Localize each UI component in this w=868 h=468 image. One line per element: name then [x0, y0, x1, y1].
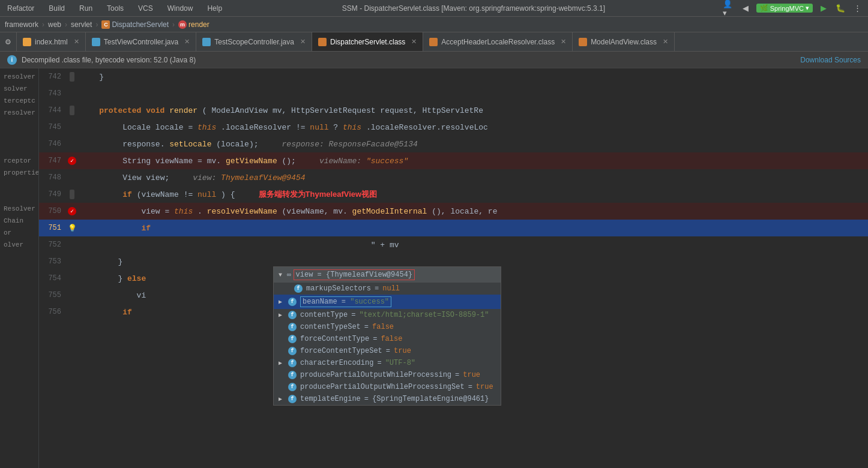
- popup-header-text: view = {ThymeleafView@9454}: [294, 269, 415, 280]
- tab-settings-button[interactable]: ⚙: [0, 32, 17, 51]
- breadcrumb-class[interactable]: DispatcherServlet: [112, 20, 169, 29]
- line-num-746: 746: [39, 140, 66, 148]
- field-icon-forcecontenttype: f: [288, 335, 297, 343]
- field-icon-markupselectors: f: [294, 284, 303, 293]
- tab-close-index[interactable]: ✕: [74, 38, 79, 46]
- line-num-756: 756: [39, 308, 66, 316]
- sidebar-item-resolver[interactable]: resolver: [0, 71, 38, 83]
- line-content-752: " + mv: [78, 241, 868, 250]
- breadcrumb-framework[interactable]: framework: [5, 20, 38, 29]
- back-icon[interactable]: ◀: [740, 2, 752, 14]
- breadcrumb-web[interactable]: web: [48, 20, 61, 29]
- fold-744[interactable]: [70, 106, 74, 115]
- field-icon-contenttype: f: [288, 311, 297, 319]
- popup-row-charencoding[interactable]: ▶ f characterEncoding = "UTF-8": [274, 357, 501, 369]
- popup-row-produce2[interactable]: f producePartialOutputWhileProcessingSet…: [274, 381, 501, 393]
- field-icon-forcecontenttypeset: f: [288, 347, 297, 355]
- sidebar-item-olver[interactable]: olver: [0, 239, 38, 251]
- field-icon-contenttypeset: f: [288, 323, 297, 331]
- line-content-749: if (viewName != null ) { 服务端转发为Thymeleaf…: [78, 189, 868, 200]
- tab-close-testview[interactable]: ✕: [184, 38, 190, 46]
- popup-row-forcecontenttype[interactable]: f forceContentType = false: [274, 333, 501, 345]
- tab-testscopecontroller[interactable]: TestScopeController.java ✕: [196, 32, 312, 51]
- tab-testviewcontroller[interactable]: TestViewController.java ✕: [86, 32, 197, 51]
- field-name-beanname: beanName = "success": [300, 296, 391, 307]
- expand-arrow-templateengine[interactable]: ▶: [279, 395, 285, 403]
- field-name-contenttypeset: contentTypeSet: [300, 323, 361, 331]
- field-value-produce2: true: [476, 383, 493, 391]
- menu-item-tools[interactable]: Tools: [104, 3, 126, 14]
- popup-row-contenttype[interactable]: ▶ f contentType = "text/html;charset=ISO…: [274, 309, 501, 321]
- tab-close-modelandview[interactable]: ✕: [663, 38, 668, 46]
- gutter-749: [66, 190, 78, 199]
- popup-row-contenttypeset[interactable]: f contentTypeSet = false: [274, 321, 501, 333]
- run-config-label: SpringMVC: [770, 5, 804, 12]
- menu-item-refactor[interactable]: Refactor: [5, 3, 37, 14]
- line-num-752: 752: [39, 241, 66, 249]
- field-icon-produce1: f: [288, 371, 297, 379]
- popup-row-beanname[interactable]: ▶ f beanName = "success": [274, 295, 501, 309]
- run-config-badge[interactable]: 🌿 SpringMVC ▾: [756, 4, 813, 13]
- tab-index-html[interactable]: index.html ✕: [17, 32, 86, 51]
- user-icon[interactable]: 👤▾: [723, 2, 735, 14]
- expand-arrow-contenttype[interactable]: ▶: [279, 311, 285, 319]
- breadcrumb-method[interactable]: render: [188, 20, 209, 29]
- fold-742[interactable]: [70, 72, 74, 82]
- menu-item-vcs[interactable]: VCS: [136, 3, 155, 14]
- debug-button[interactable]: 🐛: [834, 2, 846, 14]
- menu-item-build[interactable]: Build: [46, 3, 67, 14]
- class-icon-3: [579, 38, 587, 46]
- expand-arrow-charencoding[interactable]: ▶: [279, 359, 285, 367]
- more-icon[interactable]: ⋮: [851, 2, 863, 14]
- sidebar-item-solver[interactable]: solver: [0, 83, 38, 95]
- tab-close-acceptheader[interactable]: ✕: [561, 38, 566, 46]
- field-name-produce2: producePartialOutputWhileProcessingSet: [300, 383, 465, 391]
- window-title: SSM - DispatcherServlet.class [Maven: or…: [234, 4, 713, 13]
- sidebar-item-chain[interactable]: Chain: [0, 215, 38, 227]
- expand-arrow-beanname[interactable]: ▶: [279, 298, 285, 305]
- code-line-751: 751 💡 if: [39, 220, 868, 236]
- breadcrumb: framework › web › servlet › C Dispatcher…: [0, 17, 868, 32]
- field-value-charencoding: "UTF-8": [385, 359, 415, 367]
- download-sources-link[interactable]: Download Sources: [800, 56, 861, 64]
- line-content-742: }: [78, 73, 868, 82]
- tab-close-testscope[interactable]: ✕: [300, 38, 306, 46]
- java-icon-1: [92, 38, 100, 46]
- breakpoint-747[interactable]: ✓: [68, 157, 76, 165]
- tab-label-acceptheader: AcceptHeaderLocaleResolver.class: [441, 38, 555, 46]
- sidebar-item-rceptor[interactable]: rceptor: [0, 155, 38, 167]
- sidebar-item-propertie[interactable]: propertie: [0, 167, 38, 179]
- line-num-749: 749: [39, 190, 66, 199]
- tab-acceptheader[interactable]: AcceptHeaderLocaleResolver.class ✕: [423, 32, 573, 51]
- sidebar-item-resolver3[interactable]: Resolver: [0, 203, 38, 215]
- sidebar-item-resolver2[interactable]: resolver: [0, 107, 38, 119]
- expand-arrow-header[interactable]: ▼: [279, 272, 285, 278]
- fold-749[interactable]: [70, 190, 74, 199]
- breakpoint-750[interactable]: ✓: [68, 207, 76, 215]
- popup-row-markupselectors[interactable]: f markupSelectors = null: [274, 283, 501, 295]
- line-content-751: if: [78, 224, 868, 233]
- popup-row-forcecontenttypeset[interactable]: f forceContentTypeSet = true: [274, 345, 501, 357]
- menu-item-run[interactable]: Run: [77, 3, 95, 14]
- breadcrumb-servlet[interactable]: servlet: [71, 20, 92, 29]
- code-line-744: 744 protected void render ( ModelAndView…: [39, 102, 868, 119]
- gutter-744: [66, 106, 78, 115]
- tab-close-dispatcher[interactable]: ✕: [411, 38, 417, 46]
- debug-popup: ▼ ∞ view = {ThymeleafView@9454} f markup…: [273, 266, 501, 406]
- popup-row-produce1[interactable]: f producePartialOutputWhileProcessing = …: [274, 369, 501, 381]
- menu-item-window[interactable]: Window: [165, 3, 196, 14]
- menu-item-help[interactable]: Help: [205, 3, 225, 14]
- class-icon-2: [429, 38, 438, 46]
- field-icon-charencoding: f: [288, 359, 297, 367]
- bulb-751[interactable]: 💡: [68, 224, 77, 233]
- sidebar-item-interceptc[interactable]: terceptc: [0, 95, 38, 107]
- code-line-742: 742 }: [39, 68, 868, 85]
- tab-dispatcherservlet[interactable]: DispatcherServlet.class ✕: [312, 32, 423, 51]
- sidebar-item-or[interactable]: or: [0, 227, 38, 239]
- line-num-748: 748: [39, 173, 66, 182]
- run-button[interactable]: ▶: [818, 2, 830, 14]
- code-line-752: 752 " + mv: [39, 236, 868, 253]
- line-num-755: 755: [39, 291, 66, 299]
- tab-modelandview[interactable]: ModelAndView.class ✕: [573, 32, 675, 51]
- popup-row-templateengine[interactable]: ▶ f templateEngine = {SpringTemplateEngi…: [274, 393, 501, 405]
